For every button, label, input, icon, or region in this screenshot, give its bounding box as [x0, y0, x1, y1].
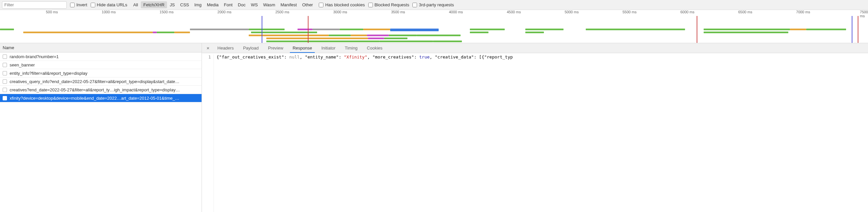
request-name: entity_info?filter=all&report_type=displ…: [10, 71, 87, 76]
hide-data-urls-box[interactable]: [91, 3, 95, 7]
blocked-requests-box[interactable]: [368, 3, 373, 7]
type-filter-fetch-xhr[interactable]: Fetch/XHR: [141, 1, 167, 8]
overview-bar: [525, 29, 563, 30]
close-icon[interactable]: ×: [203, 45, 213, 51]
type-filter-css[interactable]: CSS: [178, 1, 192, 8]
file-icon: [3, 96, 7, 100]
code-token: "far_out_creatives_exist": [219, 55, 284, 59]
file-icon: [3, 63, 7, 67]
invert-checkbox[interactable]: Invert: [70, 2, 87, 7]
file-icon: [3, 88, 7, 92]
filter-input[interactable]: [2, 1, 67, 9]
overview-bar: [384, 37, 407, 39]
request-row[interactable]: creatives_query_info?end_date=2022-05-27…: [0, 78, 202, 86]
tab-initiator[interactable]: Initiator: [317, 43, 340, 53]
code-token: "Xfinity": [344, 55, 367, 59]
tab-headers[interactable]: Headers: [213, 43, 239, 53]
request-name: creatives?end_date=2022-05-27&filter=all…: [10, 87, 180, 92]
network-overview[interactable]: 500 ms1000 ms1500 ms2000 ms2500 ms3000 m…: [0, 10, 868, 43]
blocked-requests-label: Blocked Requests: [375, 2, 409, 7]
tab-payload[interactable]: Payload: [239, 43, 263, 53]
overview-bar: [470, 29, 505, 30]
invert-checkbox-box[interactable]: [70, 3, 75, 7]
file-icon: [3, 55, 7, 59]
type-filter-all[interactable]: All: [130, 1, 141, 8]
tab-response[interactable]: Response: [288, 43, 317, 53]
request-row[interactable]: creatives?end_date=2022-05-27&filter=all…: [0, 86, 202, 94]
overview-bar: [389, 35, 417, 36]
tab-cookies[interactable]: Cookies: [362, 43, 387, 53]
overview-bar: [0, 29, 14, 30]
hide-data-urls-checkbox[interactable]: Hide data URLs: [91, 2, 127, 7]
timeline-marker: [697, 16, 697, 43]
type-filter-other[interactable]: Other: [300, 1, 316, 8]
type-filter-doc[interactable]: Doc: [235, 1, 248, 8]
overview-bar: [266, 37, 368, 39]
invert-label: Invert: [76, 2, 87, 7]
response-code[interactable]: {"far_out_creatives_exist": null, "entit…: [214, 55, 513, 212]
timeline-marker: [308, 16, 308, 43]
request-row[interactable]: xfinity?device=desktop&device=mobile&end…: [0, 94, 202, 102]
overview-bar: [704, 29, 790, 30]
code-token: "report_typ: [484, 55, 513, 59]
time-tick: 4500 ms: [507, 10, 521, 14]
overview-bar: [525, 32, 544, 33]
time-scale: 500 ms1000 ms1500 ms2000 ms2500 ms3000 m…: [0, 10, 868, 16]
time-tick: 5500 ms: [623, 10, 637, 14]
request-list: random-brand?number=1seen_bannerentity_i…: [0, 53, 202, 212]
code-token: ,: [300, 55, 305, 59]
code-token: true: [420, 55, 430, 59]
overview-bar: [190, 29, 249, 30]
type-filter-font[interactable]: Font: [221, 1, 235, 8]
third-party-checkbox[interactable]: 3rd-party requests: [412, 2, 454, 7]
network-toolbar: Invert Hide data URLs AllFetch/XHRJSCSSI…: [0, 0, 868, 10]
overview-bar: [340, 29, 363, 30]
overview-bar: [298, 29, 312, 30]
timeline-marker: [858, 16, 858, 43]
has-blocked-cookies-box[interactable]: [319, 3, 323, 7]
response-body[interactable]: 1 {"far_out_creatives_exist": null, "ent…: [202, 53, 868, 212]
blocked-requests-checkbox[interactable]: Blocked Requests: [368, 2, 409, 7]
overview-bar: [368, 37, 384, 39]
overview-bar: [249, 35, 329, 36]
name-column-header[interactable]: Name: [0, 43, 202, 53]
type-filter-img[interactable]: Img: [192, 1, 204, 8]
code-token: :: [414, 55, 420, 59]
overview-bar: [470, 32, 489, 33]
tab-timing[interactable]: Timing: [340, 43, 362, 53]
overview-bar: [417, 35, 461, 36]
type-filter-wasm[interactable]: Wasm: [260, 1, 278, 8]
time-tick: 4000 ms: [449, 10, 463, 14]
overview-bar: [266, 40, 380, 42]
time-tick: 7500 ms: [860, 10, 868, 18]
requests-pane: Name random-brand?number=1seen_bannerent…: [0, 43, 202, 212]
resource-type-filter: AllFetch/XHRJSCSSImgMediaFontDocWSWasmMa…: [130, 1, 315, 8]
time-tick: 6500 ms: [738, 10, 752, 14]
code-token: ,: [367, 55, 373, 59]
tab-preview[interactable]: Preview: [263, 43, 288, 53]
time-tick: 2000 ms: [217, 10, 231, 14]
time-tick: 5000 ms: [564, 10, 579, 14]
has-blocked-cookies-checkbox[interactable]: Has blocked cookies: [319, 2, 365, 7]
code-token: null: [289, 55, 300, 59]
time-tick: 3500 ms: [391, 10, 405, 14]
request-row[interactable]: entity_info?filter=all&report_type=displ…: [0, 69, 202, 78]
type-filter-ws[interactable]: WS: [248, 1, 260, 8]
third-party-box[interactable]: [412, 3, 417, 7]
overview-bar: [174, 32, 190, 33]
time-tick: 6000 ms: [680, 10, 694, 14]
code-token: :: [284, 55, 289, 59]
has-blocked-cookies-label: Has blocked cookies: [325, 2, 365, 7]
request-row[interactable]: seen_banner: [0, 61, 202, 69]
type-filter-media[interactable]: Media: [204, 1, 221, 8]
type-filter-manifest[interactable]: Manifest: [278, 1, 300, 8]
third-party-label: 3rd-party requests: [419, 2, 454, 7]
code-token: : [{: [474, 55, 484, 59]
type-filter-js[interactable]: JS: [167, 1, 177, 8]
time-tick: 500 ms: [46, 10, 58, 14]
code-token: :: [339, 55, 344, 59]
file-icon: [3, 71, 7, 75]
overview-bar: [363, 29, 390, 30]
request-row[interactable]: random-brand?number=1: [0, 53, 202, 61]
overview-bars: [0, 29, 868, 43]
